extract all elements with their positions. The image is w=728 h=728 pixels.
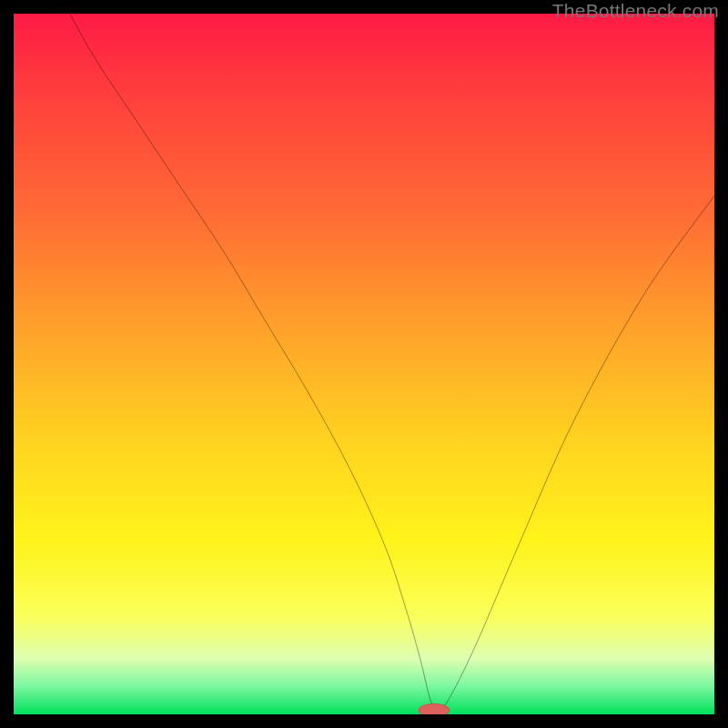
optimal-marker [419,703,450,714]
watermark-text: TheBottleneck.com [552,0,719,22]
plot-area [14,14,714,714]
bottleneck-curve [70,14,714,708]
chart-frame: TheBottleneck.com [0,0,728,728]
chart-svg [14,14,714,714]
